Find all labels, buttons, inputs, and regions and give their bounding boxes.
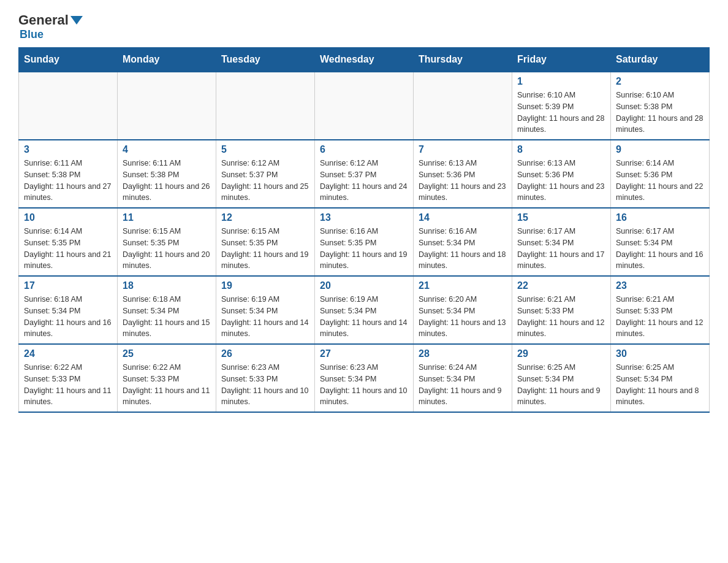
day-number: 25	[123, 348, 211, 359]
day-info: Sunrise: 6:10 AMSunset: 5:39 PMDaylight:…	[517, 90, 605, 136]
day-info: Sunrise: 6:23 AMSunset: 5:33 PMDaylight:…	[221, 362, 309, 408]
calendar-cell: 9Sunrise: 6:14 AMSunset: 5:36 PMDaylight…	[611, 140, 710, 208]
calendar-cell: 18Sunrise: 6:18 AMSunset: 5:34 PMDayligh…	[118, 276, 216, 344]
calendar-week-5: 24Sunrise: 6:22 AMSunset: 5:33 PMDayligh…	[19, 344, 710, 412]
calendar-cell	[216, 72, 315, 140]
day-number: 4	[123, 144, 211, 155]
day-number: 8	[517, 144, 605, 155]
day-number: 14	[419, 212, 507, 223]
day-info: Sunrise: 6:18 AMSunset: 5:34 PMDaylight:…	[24, 294, 112, 340]
day-number: 10	[24, 212, 112, 223]
weekday-header-sunday: Sunday	[19, 48, 118, 72]
calendar-cell: 30Sunrise: 6:25 AMSunset: 5:34 PMDayligh…	[611, 344, 710, 412]
day-info: Sunrise: 6:25 AMSunset: 5:34 PMDaylight:…	[616, 362, 704, 408]
calendar-cell: 12Sunrise: 6:15 AMSunset: 5:35 PMDayligh…	[216, 208, 315, 276]
day-number: 22	[517, 280, 605, 291]
calendar-week-4: 17Sunrise: 6:18 AMSunset: 5:34 PMDayligh…	[19, 276, 710, 344]
day-info: Sunrise: 6:11 AMSunset: 5:38 PMDaylight:…	[24, 158, 112, 204]
day-number: 30	[616, 348, 704, 359]
day-number: 3	[24, 144, 112, 155]
calendar-cell: 21Sunrise: 6:20 AMSunset: 5:34 PMDayligh…	[414, 276, 512, 344]
day-info: Sunrise: 6:19 AMSunset: 5:34 PMDaylight:…	[221, 294, 309, 340]
calendar-cell	[19, 72, 118, 140]
weekday-header-tuesday: Tuesday	[216, 48, 315, 72]
calendar-cell: 25Sunrise: 6:22 AMSunset: 5:33 PMDayligh…	[118, 344, 216, 412]
day-info: Sunrise: 6:11 AMSunset: 5:38 PMDaylight:…	[123, 158, 211, 204]
day-number: 17	[24, 280, 112, 291]
calendar-cell: 26Sunrise: 6:23 AMSunset: 5:33 PMDayligh…	[216, 344, 315, 412]
weekday-header-monday: Monday	[118, 48, 216, 72]
calendar-cell: 15Sunrise: 6:17 AMSunset: 5:34 PMDayligh…	[512, 208, 611, 276]
day-info: Sunrise: 6:16 AMSunset: 5:35 PMDaylight:…	[320, 226, 408, 272]
day-number: 11	[123, 212, 211, 223]
day-number: 26	[221, 348, 309, 359]
calendar-cell: 4Sunrise: 6:11 AMSunset: 5:38 PMDaylight…	[118, 140, 216, 208]
weekday-header-thursday: Thursday	[414, 48, 512, 72]
day-info: Sunrise: 6:15 AMSunset: 5:35 PMDaylight:…	[123, 226, 211, 272]
calendar-cell: 29Sunrise: 6:25 AMSunset: 5:34 PMDayligh…	[512, 344, 611, 412]
day-info: Sunrise: 6:14 AMSunset: 5:35 PMDaylight:…	[24, 226, 112, 272]
weekday-header-wednesday: Wednesday	[315, 48, 414, 72]
day-number: 13	[320, 212, 408, 223]
calendar-cell	[118, 72, 216, 140]
calendar-cell: 8Sunrise: 6:13 AMSunset: 5:36 PMDaylight…	[512, 140, 611, 208]
day-info: Sunrise: 6:12 AMSunset: 5:37 PMDaylight:…	[221, 158, 309, 204]
day-info: Sunrise: 6:12 AMSunset: 5:37 PMDaylight:…	[320, 158, 408, 204]
calendar-cell: 14Sunrise: 6:16 AMSunset: 5:34 PMDayligh…	[414, 208, 512, 276]
day-info: Sunrise: 6:21 AMSunset: 5:33 PMDaylight:…	[616, 294, 704, 340]
day-info: Sunrise: 6:17 AMSunset: 5:34 PMDaylight:…	[616, 226, 704, 272]
day-number: 19	[221, 280, 309, 291]
weekday-header-friday: Friday	[512, 48, 611, 72]
day-number: 12	[221, 212, 309, 223]
calendar-cell	[414, 72, 512, 140]
logo-blue-text: Blue	[20, 28, 44, 40]
day-number: 9	[616, 144, 704, 155]
day-info: Sunrise: 6:10 AMSunset: 5:38 PMDaylight:…	[616, 90, 704, 136]
calendar-week-2: 3Sunrise: 6:11 AMSunset: 5:38 PMDaylight…	[19, 140, 710, 208]
day-number: 2	[616, 76, 704, 87]
logo-general-text: General	[18, 12, 69, 28]
day-info: Sunrise: 6:13 AMSunset: 5:36 PMDaylight:…	[419, 158, 507, 204]
day-number: 15	[517, 212, 605, 223]
calendar-cell: 19Sunrise: 6:19 AMSunset: 5:34 PMDayligh…	[216, 276, 315, 344]
day-number: 23	[616, 280, 704, 291]
day-info: Sunrise: 6:13 AMSunset: 5:36 PMDaylight:…	[517, 158, 605, 204]
calendar-cell: 11Sunrise: 6:15 AMSunset: 5:35 PMDayligh…	[118, 208, 216, 276]
day-info: Sunrise: 6:24 AMSunset: 5:34 PMDaylight:…	[419, 362, 507, 408]
day-number: 1	[517, 76, 605, 87]
day-number: 24	[24, 348, 112, 359]
day-info: Sunrise: 6:23 AMSunset: 5:34 PMDaylight:…	[320, 362, 408, 408]
day-number: 7	[419, 144, 507, 155]
logo: General Blue	[18, 12, 85, 41]
day-info: Sunrise: 6:22 AMSunset: 5:33 PMDaylight:…	[123, 362, 211, 408]
day-info: Sunrise: 6:16 AMSunset: 5:34 PMDaylight:…	[419, 226, 507, 272]
day-number: 21	[419, 280, 507, 291]
day-number: 28	[419, 348, 507, 359]
day-info: Sunrise: 6:19 AMSunset: 5:34 PMDaylight:…	[320, 294, 408, 340]
calendar-cell	[315, 72, 414, 140]
day-info: Sunrise: 6:22 AMSunset: 5:33 PMDaylight:…	[24, 362, 112, 408]
day-number: 27	[320, 348, 408, 359]
day-info: Sunrise: 6:20 AMSunset: 5:34 PMDaylight:…	[419, 294, 507, 340]
calendar-table: SundayMondayTuesdayWednesdayThursdayFrid…	[18, 47, 710, 413]
calendar-cell: 16Sunrise: 6:17 AMSunset: 5:34 PMDayligh…	[611, 208, 710, 276]
day-number: 29	[517, 348, 605, 359]
calendar-cell: 22Sunrise: 6:21 AMSunset: 5:33 PMDayligh…	[512, 276, 611, 344]
calendar-cell: 5Sunrise: 6:12 AMSunset: 5:37 PMDaylight…	[216, 140, 315, 208]
calendar-cell: 27Sunrise: 6:23 AMSunset: 5:34 PMDayligh…	[315, 344, 414, 412]
page-header: General Blue	[18, 12, 710, 41]
day-number: 16	[616, 212, 704, 223]
calendar-week-3: 10Sunrise: 6:14 AMSunset: 5:35 PMDayligh…	[19, 208, 710, 276]
calendar-cell: 6Sunrise: 6:12 AMSunset: 5:37 PMDaylight…	[315, 140, 414, 208]
calendar-cell: 17Sunrise: 6:18 AMSunset: 5:34 PMDayligh…	[19, 276, 118, 344]
day-info: Sunrise: 6:17 AMSunset: 5:34 PMDaylight:…	[517, 226, 605, 272]
day-number: 20	[320, 280, 408, 291]
day-info: Sunrise: 6:21 AMSunset: 5:33 PMDaylight:…	[517, 294, 605, 340]
calendar-cell: 28Sunrise: 6:24 AMSunset: 5:34 PMDayligh…	[414, 344, 512, 412]
day-info: Sunrise: 6:15 AMSunset: 5:35 PMDaylight:…	[221, 226, 309, 272]
calendar-cell: 7Sunrise: 6:13 AMSunset: 5:36 PMDaylight…	[414, 140, 512, 208]
calendar-cell: 24Sunrise: 6:22 AMSunset: 5:33 PMDayligh…	[19, 344, 118, 412]
day-info: Sunrise: 6:14 AMSunset: 5:36 PMDaylight:…	[616, 158, 704, 204]
calendar-cell: 2Sunrise: 6:10 AMSunset: 5:38 PMDaylight…	[611, 72, 710, 140]
day-info: Sunrise: 6:18 AMSunset: 5:34 PMDaylight:…	[123, 294, 211, 340]
